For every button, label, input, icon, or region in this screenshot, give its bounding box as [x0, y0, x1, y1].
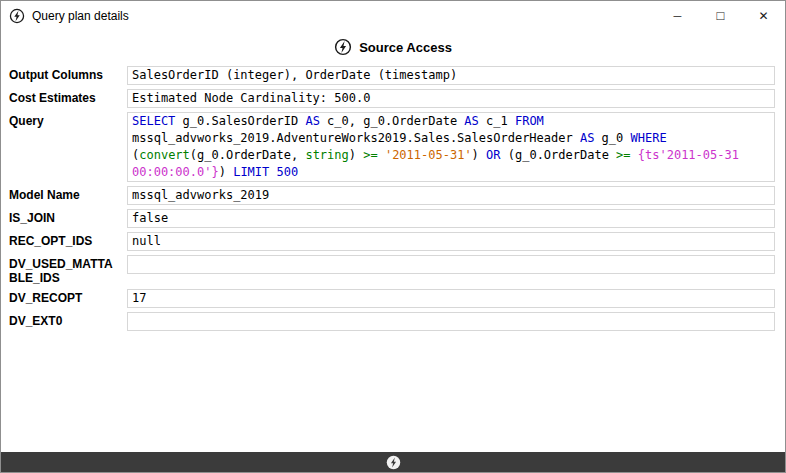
- field-value[interactable]: 17: [127, 289, 775, 308]
- field-label: Output Columns: [9, 66, 127, 85]
- titlebar: Query plan details ─ □ ✕: [1, 1, 785, 31]
- field-value[interactable]: mssql_advworks_2019: [127, 186, 775, 205]
- window-title: Query plan details: [32, 9, 129, 23]
- field-label: DV_EXT0: [9, 312, 127, 331]
- source-access-header: Source Access: [1, 31, 785, 64]
- minimize-button[interactable]: ─: [656, 1, 699, 31]
- field-row-rec-opt-ids: REC_OPT_IDSnull: [9, 232, 775, 251]
- query-plan-details-window: Query plan details ─ □ ✕ Source Access O…: [0, 0, 786, 473]
- field-row-dv-used-mattable-ids: DV_USED_MATTABLE_IDS: [9, 255, 775, 285]
- field-value[interactable]: null: [127, 232, 775, 251]
- field-row-dv-recopt: DV_RECOPT17: [9, 289, 775, 308]
- field-row-output-columns: Output ColumnsSalesOrderID (integer), Or…: [9, 66, 775, 85]
- field-label: Model Name: [9, 186, 127, 205]
- window-controls: ─ □ ✕: [656, 1, 785, 31]
- fields-grid: Output ColumnsSalesOrderID (integer), Or…: [1, 64, 785, 452]
- field-label: DV_USED_MATTABLE_IDS: [9, 255, 127, 285]
- field-label: Query: [9, 112, 127, 182]
- field-row-model-name: Model Namemssql_advworks_2019: [9, 186, 775, 205]
- source-access-icon: [334, 38, 352, 56]
- field-value[interactable]: [127, 312, 775, 331]
- field-value[interactable]: SELECT g_0.SalesOrderID AS c_0, g_0.Orde…: [127, 112, 775, 182]
- field-row-query: QuerySELECT g_0.SalesOrderID AS c_0, g_0…: [9, 112, 775, 182]
- field-row-dv-ext0: DV_EXT0: [9, 312, 775, 331]
- close-button[interactable]: ✕: [742, 1, 785, 31]
- field-value[interactable]: [127, 255, 775, 274]
- header-title: Source Access: [359, 40, 452, 55]
- field-value[interactable]: Estimated Node Cardinality: 500.0: [127, 89, 775, 108]
- field-label: DV_RECOPT: [9, 289, 127, 308]
- field-label: IS_JOIN: [9, 209, 127, 228]
- field-row-is-join: IS_JOINfalse: [9, 209, 775, 228]
- field-value[interactable]: false: [127, 209, 775, 228]
- app-icon: [9, 8, 25, 24]
- field-value[interactable]: SalesOrderID (integer), OrderDate (times…: [127, 66, 775, 85]
- field-label: REC_OPT_IDS: [9, 232, 127, 251]
- source-icon-toggle[interactable]: [386, 455, 401, 470]
- maximize-button[interactable]: □: [699, 1, 742, 31]
- field-label: Cost Estimates: [9, 89, 127, 108]
- bottom-panel-bar: [1, 452, 785, 472]
- field-row-cost-estimates: Cost EstimatesEstimated Node Cardinality…: [9, 89, 775, 108]
